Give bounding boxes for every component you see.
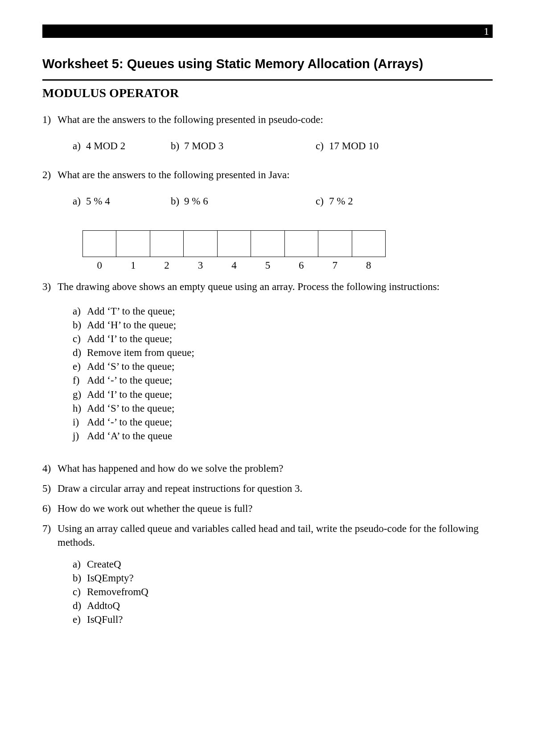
question-3: 3) The drawing above shows an empty queu… [42,280,493,455]
array-index: 0 [83,257,116,272]
worksheet-title: Worksheet 5: Queues using Static Memory … [42,57,493,71]
sub-letter: f) [73,373,87,387]
sub-letter: a) [73,557,87,571]
q2-text: What are the answers to the following pr… [58,168,493,182]
sub-letter: h) [73,401,87,415]
array-cell [83,231,116,257]
question-7: 7) Using an array called queue and varia… [42,522,493,639]
q7-sub-item: d)AddtoQ [73,599,493,613]
sub-letter: e) [73,613,87,626]
question-1: 1) What are the answers to the following… [42,113,493,162]
q2-sub-b: b) 9 % 6 [171,194,271,208]
array-index: 8 [352,257,386,272]
sub-text: IsQEmpty? [87,571,134,585]
section-heading: MODULUS OPERATOR [42,86,493,100]
q3-sub-item: e)Add ‘S’ to the queue; [73,360,493,373]
sub-letter: e) [73,360,87,373]
q3-sub-item: i)Add ‘-’ to the queue; [73,415,493,429]
array-cells-row [83,231,386,257]
question-4: 4) What has happened and how do we solve… [42,462,493,475]
q7-sub-item: e)IsQFull? [73,613,493,626]
sub-text: Add ‘-’ to the queue; [87,373,172,387]
q4-text: What has happened and how do we solve th… [58,462,493,475]
q4-number: 4) [42,462,58,475]
sub-text: Add ‘I’ to the queue; [87,388,172,401]
q7-number: 7) [42,522,58,639]
q1-sub-a: a) 4 MOD 2 [73,139,171,153]
array-index: 6 [284,257,318,272]
sub-text: Add ‘S’ to the queue; [87,401,174,415]
sub-text: Remove item from queue; [87,346,194,360]
array-index: 7 [318,257,352,272]
sub-text: AddtoQ [87,599,120,613]
sub-letter: j) [73,429,87,443]
question-6: 6) How do we work out whether the queue … [42,502,493,515]
q7-text: Using an array called queue and variable… [58,522,493,549]
sub-text: Add ‘T’ to the queue; [87,304,175,318]
sub-text: Add ‘I’ to the queue; [87,332,172,346]
q7-sub-item: b)IsQEmpty? [73,571,493,585]
q1-text: What are the answers to the following pr… [58,113,493,127]
q3-number: 3) [42,280,58,455]
array-diagram: 0 1 2 3 4 5 6 7 8 [82,230,493,272]
question-5: 5) Draw a circular array and repeat inst… [42,482,493,495]
q6-number: 6) [42,502,58,515]
sub-letter: d) [73,599,87,613]
page-number: 1 [484,25,489,37]
array-cell [352,231,386,257]
sub-letter: g) [73,388,87,401]
sub-letter: c) [73,585,87,599]
q5-number: 5) [42,482,58,495]
q3-sub-item: g)Add ‘I’ to the queue; [73,388,493,401]
array-index: 1 [116,257,150,272]
sub-text: Add ‘H’ to the queue; [87,318,176,332]
q7-sub-item: a)CreateQ [73,557,493,571]
q5-text: Draw a circular array and repeat instruc… [58,482,493,495]
array-cell [217,231,251,257]
q3-text: The drawing above shows an empty queue u… [58,280,493,294]
sub-letter: b) [73,571,87,585]
q7-sub-item: c)RemovefromQ [73,585,493,599]
sub-text: IsQFull? [87,613,123,626]
q3-sub-list: a)Add ‘T’ to the queue;b)Add ‘H’ to the … [73,304,493,442]
sub-text: RemovefromQ [87,585,148,599]
q3-sub-item: j)Add ‘A’ to the queue [73,429,493,443]
sub-text: CreateQ [87,557,121,571]
q2-sub-a: a) 5 % 4 [73,194,171,208]
q3-sub-item: a)Add ‘T’ to the queue; [73,304,493,318]
page: 1 Worksheet 5: Queues using Static Memor… [0,0,535,756]
q3-sub-item: h)Add ‘S’ to the queue; [73,401,493,415]
q3-sub-item: f)Add ‘-’ to the queue; [73,373,493,387]
q3-sub-item: b)Add ‘H’ to the queue; [73,318,493,332]
sub-text: Add ‘S’ to the queue; [87,360,174,373]
q1-sub-b: b) 7 MOD 3 [171,139,271,153]
q6-text: How do we work out whether the queue is … [58,502,493,515]
header-black-bar: 1 [42,25,493,38]
array-cell [284,231,318,257]
array-index: 5 [251,257,284,272]
array-index: 3 [184,257,217,272]
array-cell [116,231,150,257]
array-cell [251,231,284,257]
array-cell [184,231,217,257]
sub-text: Add ‘-’ to the queue; [87,415,172,429]
array-cell [318,231,352,257]
sub-letter: i) [73,415,87,429]
sub-letter: b) [73,318,87,332]
q3-sub-item: d)Remove item from queue; [73,346,493,360]
q1-number: 1) [42,113,58,162]
sub-letter: d) [73,346,87,360]
q2-number: 2) [42,168,58,217]
question-2: 2) What are the answers to the following… [42,168,493,217]
array-cell [150,231,183,257]
sub-letter: c) [73,332,87,346]
array-index-row: 0 1 2 3 4 5 6 7 8 [83,257,386,272]
title-underline [42,79,493,81]
q3-sub-item: c)Add ‘I’ to the queue; [73,332,493,346]
q1-sub-c: c) 17 MOD 10 [316,139,432,153]
q2-sub-c: c) 7 % 2 [316,194,432,208]
array-index: 2 [150,257,183,272]
sub-letter: a) [73,304,87,318]
array-index: 4 [217,257,251,272]
q7-sub-list: a)CreateQb)IsQEmpty?c)RemovefromQd)Addto… [73,557,493,626]
